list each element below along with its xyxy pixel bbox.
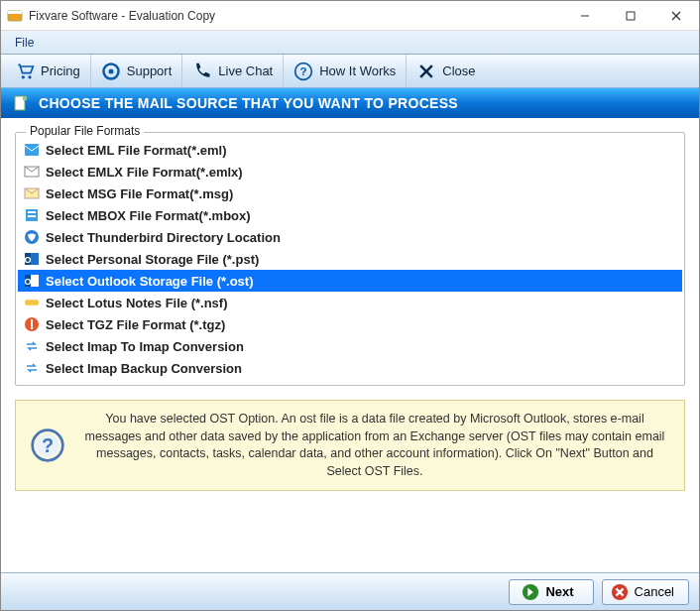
toolbar: Pricing Support Live Chat ? How It Works… bbox=[1, 55, 699, 88]
format-item-eml[interactable]: Select EML File Format(*.eml) bbox=[18, 139, 682, 161]
ost-icon: O bbox=[24, 273, 40, 289]
section-header-text: CHOOSE THE MAIL SOURCE THAT YOU WANT TO … bbox=[39, 95, 458, 111]
format-label: Select Outlook Storage File (*.ost) bbox=[46, 274, 253, 289]
menu-file[interactable]: File bbox=[7, 34, 42, 52]
svg-point-7 bbox=[28, 75, 31, 78]
svg-text:O: O bbox=[24, 255, 31, 265]
window-controls bbox=[562, 1, 699, 31]
format-label: Select Thunderbird Directory Location bbox=[46, 230, 281, 245]
svg-rect-15 bbox=[23, 96, 27, 100]
format-label: Select MBOX File Format(*.mbox) bbox=[46, 208, 251, 223]
emlx-icon bbox=[24, 164, 40, 180]
content-area: Popular File Formats Select EML File For… bbox=[1, 118, 699, 386]
toolbar-livechat-label: Live Chat bbox=[218, 63, 273, 78]
format-label: Select Imap Backup Conversion bbox=[46, 361, 242, 376]
format-item-pst[interactable]: O Select Personal Storage File (*.pst) bbox=[18, 248, 682, 270]
svg-text:O: O bbox=[24, 277, 31, 287]
window-title: Fixvare Software - Evaluation Copy bbox=[29, 9, 562, 23]
question-icon: ? bbox=[293, 61, 313, 81]
format-item-mbox[interactable]: Select MBOX File Format(*.mbox) bbox=[18, 204, 682, 226]
close-window-button[interactable] bbox=[653, 1, 699, 31]
cancel-button-label: Cancel bbox=[635, 584, 674, 599]
toolbar-close-label: Close bbox=[442, 63, 475, 78]
msg-icon bbox=[24, 185, 40, 201]
toolbar-howitworks[interactable]: ? How It Works bbox=[284, 55, 407, 87]
format-item-ost[interactable]: O Select Outlook Storage File (*.ost) bbox=[18, 270, 682, 292]
menubar: File bbox=[1, 31, 699, 55]
maximize-button[interactable] bbox=[608, 1, 653, 31]
eml-icon bbox=[24, 142, 40, 158]
format-item-thunderbird[interactable]: Select Thunderbird Directory Location bbox=[18, 226, 682, 248]
svg-text:?: ? bbox=[300, 64, 307, 77]
svg-point-6 bbox=[22, 75, 25, 78]
thunderbird-icon bbox=[24, 229, 40, 245]
format-item-imap-backup[interactable]: Select Imap Backup Conversion bbox=[18, 357, 682, 379]
format-item-tgz[interactable]: Select TGZ File Format (*.tgz) bbox=[18, 313, 682, 335]
svg-rect-16 bbox=[25, 144, 39, 156]
format-label: Select TGZ File Format (*.tgz) bbox=[46, 317, 225, 332]
footer: Next Cancel bbox=[1, 572, 699, 610]
format-item-imap-to-imap[interactable]: Select Imap To Imap Conversion bbox=[18, 335, 682, 357]
groupbox-legend: Popular File Formats bbox=[26, 124, 144, 138]
svg-rect-33 bbox=[31, 319, 33, 329]
info-text: You have selected OST Option. An ost fil… bbox=[79, 411, 670, 480]
info-icon: ? bbox=[30, 428, 65, 463]
format-label: Select MSG File Format(*.msg) bbox=[46, 186, 233, 201]
toolbar-support[interactable]: Support bbox=[91, 55, 183, 87]
format-item-msg[interactable]: Select MSG File Format(*.msg) bbox=[18, 183, 682, 204]
phone-icon bbox=[192, 61, 212, 81]
format-label: Select Personal Storage File (*.pst) bbox=[46, 252, 259, 267]
imap-sync-icon bbox=[24, 338, 40, 354]
cancel-x-icon bbox=[611, 583, 629, 601]
format-item-nsf[interactable]: Select Lotus Notes File (*.nsf) bbox=[18, 292, 682, 313]
svg-text:?: ? bbox=[42, 434, 54, 456]
formats-list: Select EML File Format(*.eml) Select EML… bbox=[18, 139, 682, 379]
toolbar-support-label: Support bbox=[127, 63, 173, 78]
cancel-button[interactable]: Cancel bbox=[602, 579, 689, 605]
minimize-button[interactable] bbox=[562, 1, 608, 31]
svg-point-31 bbox=[33, 300, 39, 306]
toolbar-pricing-label: Pricing bbox=[41, 63, 80, 78]
info-panel: ? You have selected OST Option. An ost f… bbox=[15, 400, 685, 491]
toolbar-howitworks-label: How It Works bbox=[319, 63, 396, 78]
format-label: Select Imap To Imap Conversion bbox=[46, 339, 244, 354]
format-item-emlx[interactable]: Select EMLX File Format(*.emlx) bbox=[18, 161, 682, 183]
next-arrow-icon bbox=[522, 583, 539, 601]
format-label: Select EMLX File Format(*.emlx) bbox=[46, 165, 243, 180]
toolbar-livechat[interactable]: Live Chat bbox=[182, 55, 284, 87]
svg-rect-3 bbox=[627, 12, 635, 20]
document-icon bbox=[13, 95, 29, 111]
format-label: Select Lotus Notes File (*.nsf) bbox=[46, 296, 227, 310]
svg-rect-1 bbox=[8, 11, 22, 14]
formats-groupbox: Popular File Formats Select EML File For… bbox=[15, 132, 685, 386]
format-label: Select EML File Format(*.eml) bbox=[46, 143, 227, 158]
next-button[interactable]: Next bbox=[509, 579, 594, 605]
section-header: CHOOSE THE MAIL SOURCE THAT YOU WANT TO … bbox=[1, 88, 699, 118]
cart-icon bbox=[15, 61, 35, 81]
pst-icon: O bbox=[24, 251, 40, 267]
imap-backup-icon bbox=[24, 360, 40, 376]
titlebar: Fixvare Software - Evaluation Copy bbox=[1, 1, 699, 31]
next-button-label: Next bbox=[545, 584, 573, 599]
support-icon bbox=[101, 61, 121, 81]
close-icon bbox=[416, 61, 436, 81]
tgz-icon bbox=[24, 316, 40, 332]
toolbar-close[interactable]: Close bbox=[407, 55, 485, 87]
app-icon bbox=[7, 8, 23, 24]
nsf-icon bbox=[24, 295, 40, 310]
svg-point-9 bbox=[108, 68, 113, 73]
toolbar-pricing[interactable]: Pricing bbox=[5, 55, 91, 87]
svg-rect-20 bbox=[28, 211, 36, 213]
svg-rect-21 bbox=[28, 215, 36, 217]
mbox-icon bbox=[24, 207, 40, 223]
